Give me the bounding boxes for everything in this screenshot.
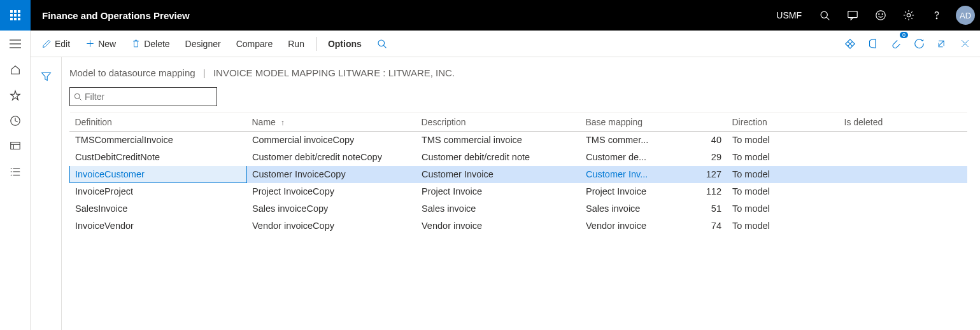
cell-direction[interactable]: To model: [727, 166, 839, 183]
cell-definition[interactable]: TMSCommercialInvoice: [70, 132, 247, 149]
cell-name[interactable]: Commercial invoiceCopy: [247, 132, 416, 149]
cell-number[interactable]: 29: [657, 149, 727, 166]
gear-icon: [903, 10, 914, 21]
cell-description[interactable]: TMS commercial invoice: [416, 132, 581, 149]
nav-favorites[interactable]: [0, 83, 31, 108]
delete-button[interactable]: Delete: [125, 36, 176, 52]
cell-is-deleted[interactable]: [839, 217, 967, 235]
cell-direction[interactable]: To model: [727, 183, 839, 200]
feedback-button[interactable]: [867, 0, 895, 31]
col-is-deleted[interactable]: Is deleted: [839, 113, 967, 132]
top-right-controls: USMF AD: [767, 0, 980, 31]
trash-icon: [131, 39, 141, 48]
cell-description[interactable]: Project Invoice: [416, 183, 581, 200]
cell-number[interactable]: 127: [657, 166, 727, 183]
cell-name[interactable]: Customer debit/credit noteCopy: [247, 149, 416, 166]
compare-button[interactable]: Compare: [230, 36, 280, 52]
close-button[interactable]: [955, 34, 975, 54]
cell-direction[interactable]: To model: [727, 200, 839, 217]
cell-direction[interactable]: To model: [727, 132, 839, 149]
messages-button[interactable]: [839, 0, 867, 31]
cell-base-mapping[interactable]: Project Invoice: [581, 183, 657, 200]
cell-name[interactable]: Vendor invoiceCopy: [247, 217, 416, 235]
funnel-icon: [41, 71, 52, 82]
help-button[interactable]: [923, 0, 951, 31]
col-definition[interactable]: Definition: [70, 113, 247, 132]
svg-line-28: [79, 98, 81, 100]
cell-base-mapping[interactable]: Customer de...: [581, 149, 657, 166]
popout-button[interactable]: [932, 34, 952, 54]
search-button[interactable]: [811, 0, 839, 31]
attachment-count: 0: [900, 32, 908, 38]
cell-number[interactable]: 40: [657, 132, 727, 149]
cell-is-deleted[interactable]: [839, 166, 967, 183]
cell-description[interactable]: Vendor invoice: [416, 217, 581, 235]
delete-label: Delete: [144, 39, 169, 49]
cell-description[interactable]: Sales invoice: [416, 200, 581, 217]
new-button[interactable]: New: [79, 36, 122, 52]
col-direction[interactable]: Direction: [727, 113, 839, 132]
attachment-button[interactable]: 0: [886, 34, 906, 54]
col-name[interactable]: Name ↑: [247, 113, 416, 132]
cell-is-deleted[interactable]: [839, 183, 967, 200]
col-number[interactable]: [657, 113, 727, 132]
refresh-button[interactable]: [909, 34, 929, 54]
options-button[interactable]: Options: [322, 36, 368, 52]
run-button[interactable]: Run: [281, 36, 311, 52]
cell-number[interactable]: 51: [657, 200, 727, 217]
col-base-mapping[interactable]: Base mapping: [581, 113, 657, 132]
cell-base-mapping[interactable]: Sales invoice: [581, 200, 657, 217]
table-row[interactable]: SalesInvoiceSales invoiceCopySales invoi…: [70, 200, 967, 217]
cell-number[interactable]: 74: [657, 217, 727, 235]
nav-home[interactable]: [0, 57, 31, 83]
cell-definition[interactable]: SalesInvoice: [70, 200, 247, 217]
app-launcher-button[interactable]: [0, 0, 31, 31]
table-row[interactable]: CustDebitCreditNoteCustomer debit/credit…: [70, 149, 967, 166]
breadcrumb-sep: |: [203, 67, 206, 78]
col-description[interactable]: Description: [416, 113, 581, 132]
nav-modules[interactable]: [0, 159, 31, 184]
clock-icon: [10, 115, 21, 127]
cell-definition[interactable]: InvoiceCustomer: [70, 166, 247, 183]
table-row[interactable]: InvoiceProjectProject InvoiceCopyProject…: [70, 183, 967, 200]
filter-pane-button[interactable]: [31, 64, 61, 89]
designer-button[interactable]: Designer: [179, 36, 227, 52]
user-avatar[interactable]: AD: [956, 6, 975, 25]
cell-direction[interactable]: To model: [727, 217, 839, 235]
table-row[interactable]: TMSCommercialInvoiceCommercial invoiceCo…: [70, 132, 967, 149]
svg-line-24: [383, 45, 386, 48]
filter-input[interactable]: [85, 92, 213, 102]
cell-base-mapping[interactable]: Customer Inv...: [581, 166, 657, 183]
workspace-icon: [10, 141, 21, 152]
nav-workspaces[interactable]: [0, 134, 31, 159]
cell-base-mapping[interactable]: TMS commer...: [581, 132, 657, 149]
cell-description[interactable]: Customer Invoice: [416, 166, 581, 183]
search-action-button[interactable]: [371, 36, 394, 52]
filter-box[interactable]: [69, 87, 217, 106]
cell-definition[interactable]: InvoiceProject: [70, 183, 247, 200]
edit-button[interactable]: Edit: [36, 36, 76, 52]
hamburger-button[interactable]: [0, 31, 31, 57]
cell-is-deleted[interactable]: [839, 149, 967, 166]
office-button[interactable]: [863, 34, 883, 54]
table-row[interactable]: InvoiceVendorVendor invoiceCopyVendor in…: [70, 217, 967, 235]
company-selector[interactable]: USMF: [767, 10, 811, 20]
table-row[interactable]: InvoiceCustomerCustomer InvoiceCopyCusto…: [70, 166, 967, 183]
search-icon: [377, 39, 387, 49]
cell-is-deleted[interactable]: [839, 132, 967, 149]
cell-definition[interactable]: CustDebitCreditNote: [70, 149, 247, 166]
settings-button[interactable]: [895, 0, 923, 31]
diamond-button[interactable]: [840, 34, 860, 54]
cell-name[interactable]: Customer InvoiceCopy: [247, 166, 416, 183]
cell-description[interactable]: Customer debit/credit note: [416, 149, 581, 166]
cell-name[interactable]: Sales invoiceCopy: [247, 200, 416, 217]
cell-base-mapping[interactable]: Vendor invoice: [581, 217, 657, 235]
cell-definition[interactable]: InvoiceVendor: [70, 217, 247, 235]
cell-name[interactable]: Project InvoiceCopy: [247, 183, 416, 200]
cell-direction[interactable]: To model: [727, 149, 839, 166]
designer-label: Designer: [185, 39, 221, 49]
run-label: Run: [288, 39, 304, 49]
cell-number[interactable]: 112: [657, 183, 727, 200]
cell-is-deleted[interactable]: [839, 200, 967, 217]
nav-recent[interactable]: [0, 108, 31, 134]
